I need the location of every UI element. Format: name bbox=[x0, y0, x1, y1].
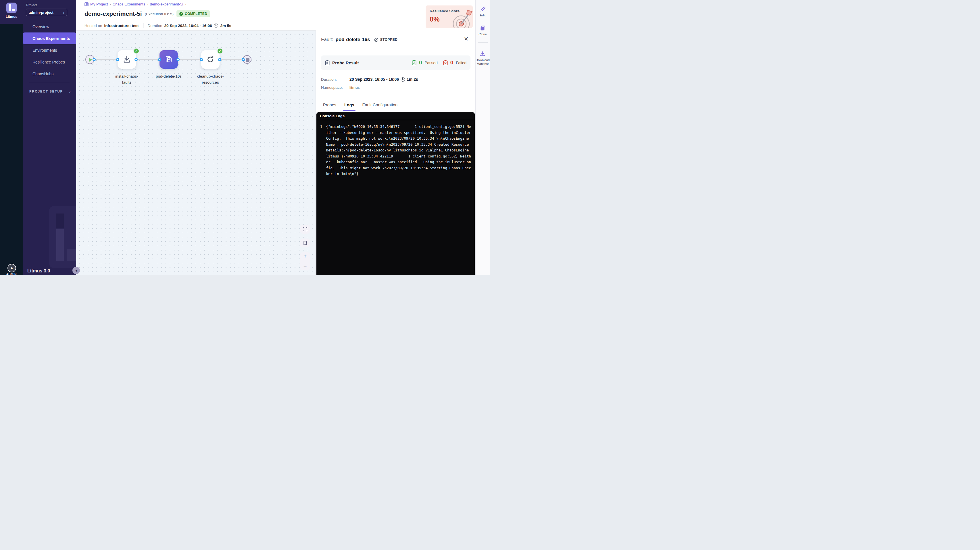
tab-fault-configuration[interactable]: Fault Configuration bbox=[363, 99, 398, 111]
project-setup-toggle[interactable]: PROJECT SETUP ⌄ bbox=[29, 89, 71, 94]
action-rail bbox=[475, 0, 490, 275]
resilience-score-value: 0% bbox=[430, 15, 440, 23]
port[interactable] bbox=[135, 58, 138, 61]
log-line-number: 1 bbox=[320, 124, 323, 177]
edge bbox=[94, 59, 118, 60]
fault-tabs: Probes Logs Fault Configuration bbox=[316, 99, 476, 111]
failed-clipboard-icon bbox=[443, 60, 448, 65]
zoom-out-button[interactable]: − bbox=[304, 264, 307, 270]
clock-icon bbox=[214, 24, 218, 28]
chevron-down-icon: ⌄ bbox=[68, 89, 71, 94]
console-logs-panel: Console Logs 1 {"mainLogs":"W0920 10:35:… bbox=[316, 112, 475, 275]
select-area-button[interactable] bbox=[300, 238, 310, 247]
port[interactable] bbox=[92, 58, 96, 61]
project-select[interactable]: admin-project › bbox=[26, 9, 67, 16]
sidebar-item-chaoshubs[interactable]: ChaosHubs bbox=[23, 68, 76, 79]
port[interactable] bbox=[158, 58, 161, 61]
chevron-right-icon: › bbox=[63, 10, 64, 15]
sidebar-nav: Overview Chaos Experiments Environments … bbox=[23, 21, 76, 79]
marquee-select-icon bbox=[303, 241, 307, 245]
node-label: install-chaos-faults bbox=[110, 73, 144, 85]
close-icon[interactable]: ✕ bbox=[464, 36, 468, 42]
node-label: cleanup-chaos-resources bbox=[193, 73, 228, 85]
breadcrumb-logo-icon bbox=[84, 2, 89, 6]
probe-result-label: Probe Result bbox=[332, 60, 359, 65]
port[interactable] bbox=[200, 58, 203, 61]
zoom-in-button[interactable]: + bbox=[304, 253, 307, 259]
node-cleanup-chaos-resources[interactable] bbox=[201, 50, 220, 69]
header-border bbox=[76, 30, 316, 31]
fit-view-button[interactable] bbox=[300, 225, 310, 234]
clone-button[interactable]: Clone bbox=[475, 25, 490, 36]
fault-detail-panel: Fault: pod-delete-16s STOPPED ✕ Probe Re… bbox=[315, 30, 475, 275]
page-header: My Project › Chaos Experiments › demo-ex… bbox=[76, 0, 475, 30]
execution-id: (Execution ID: 5) bbox=[145, 12, 174, 16]
port[interactable] bbox=[242, 58, 245, 61]
litmus-app: Litmus A ADMIN Project admin-project › O… bbox=[0, 0, 490, 275]
sidebar-collapse-button[interactable]: ◀ bbox=[72, 267, 80, 274]
page-title: demo-experiment-5i bbox=[84, 10, 142, 17]
edit-button[interactable]: Edit bbox=[475, 6, 490, 17]
tab-logs[interactable]: Logs bbox=[344, 99, 354, 111]
duration-row: Duration: 20 Sep 2023, 16:05 - 16:06 1m … bbox=[321, 77, 418, 82]
litmus-logo-icon bbox=[6, 3, 17, 13]
experiment-meta: Hosted on Infrastructure: test Duration … bbox=[84, 23, 231, 28]
port[interactable] bbox=[218, 58, 221, 61]
infrastructure-value: Infrastructure: test bbox=[104, 24, 139, 28]
fault-duration-time: 1m 2s bbox=[407, 77, 418, 82]
namespace-row: Namespace: litmus bbox=[321, 85, 360, 90]
port[interactable] bbox=[116, 58, 119, 61]
app-version: Litmus 3.0 bbox=[27, 269, 50, 273]
probe-result-box: Probe Result 0 Passed 0 Failed bbox=[321, 56, 471, 70]
edge bbox=[178, 59, 201, 60]
install-icon bbox=[123, 55, 131, 64]
experiment-canvas[interactable]: ✓ install-chaos-faults pod-delete-16s ✓ … bbox=[76, 31, 316, 275]
refresh-icon bbox=[206, 55, 215, 64]
logo-rail bbox=[0, 0, 23, 275]
logo-block[interactable]: Litmus bbox=[0, 0, 23, 24]
project-name: admin-project bbox=[29, 10, 54, 15]
passed-label: Passed bbox=[425, 60, 438, 65]
admin-label: ADMIN bbox=[0, 272, 23, 275]
download-icon bbox=[480, 51, 486, 57]
clone-icon bbox=[480, 25, 486, 31]
failed-count: 0 bbox=[450, 59, 453, 66]
port[interactable] bbox=[177, 58, 180, 61]
fault-status: STOPPED bbox=[374, 38, 398, 42]
duration-time: 2m 5s bbox=[220, 24, 231, 28]
status-badge: ✓ COMPLETED bbox=[177, 10, 210, 17]
node-install-chaos-faults[interactable] bbox=[118, 50, 136, 69]
edge bbox=[136, 59, 159, 60]
node-pod-delete-16s[interactable] bbox=[159, 50, 178, 69]
download-manifest-button[interactable]: Download Manifest bbox=[475, 51, 490, 66]
rail-divider bbox=[478, 42, 488, 43]
sidebar-item-resilience-probes[interactable]: Resilience Probes bbox=[23, 56, 76, 68]
passed-clipboard-icon bbox=[412, 60, 417, 65]
passed-count: 0 bbox=[419, 59, 422, 66]
breadcrumb-chaos-experiments[interactable]: Chaos Experiments bbox=[113, 2, 145, 6]
sidebar-item-environments[interactable]: Environments bbox=[23, 44, 76, 56]
resilience-score-card: Resilience Score 0% bbox=[426, 5, 473, 28]
duration-value: 20 Sep 2023, 16:04 - 16:06 bbox=[164, 24, 212, 28]
sidebar-item-overview[interactable]: Overview bbox=[23, 21, 76, 32]
tab-probes[interactable]: Probes bbox=[323, 99, 336, 111]
sidebar-item-chaos-experiments[interactable]: Chaos Experiments bbox=[23, 32, 76, 44]
console-logs-title: Console Logs bbox=[317, 112, 475, 120]
divider bbox=[143, 23, 143, 28]
target-illustration bbox=[450, 9, 473, 28]
fault-name: pod-delete-16s bbox=[336, 37, 370, 43]
breadcrumb-experiment[interactable]: demo-experiment-5i bbox=[150, 2, 183, 6]
success-check-icon: ✓ bbox=[217, 48, 223, 54]
node-label: pod-delete-16s bbox=[151, 73, 186, 79]
check-circle-icon: ✓ bbox=[179, 12, 183, 16]
clipboard-icon bbox=[325, 60, 329, 65]
success-check-icon: ✓ bbox=[134, 48, 139, 54]
fault-duration-value: 20 Sep 2023, 16:05 - 16:06 bbox=[350, 77, 399, 82]
breadcrumb: My Project › Chaos Experiments › demo-ex… bbox=[84, 2, 186, 6]
breadcrumb-my-project[interactable]: My Project bbox=[90, 2, 108, 6]
fault-label: Fault: bbox=[321, 37, 333, 43]
sidebar: Project admin-project › Overview Chaos E… bbox=[23, 0, 76, 275]
chaos-fault-icon bbox=[164, 55, 173, 64]
avatar[interactable]: A bbox=[8, 264, 16, 272]
failed-label: Failed bbox=[456, 60, 466, 65]
